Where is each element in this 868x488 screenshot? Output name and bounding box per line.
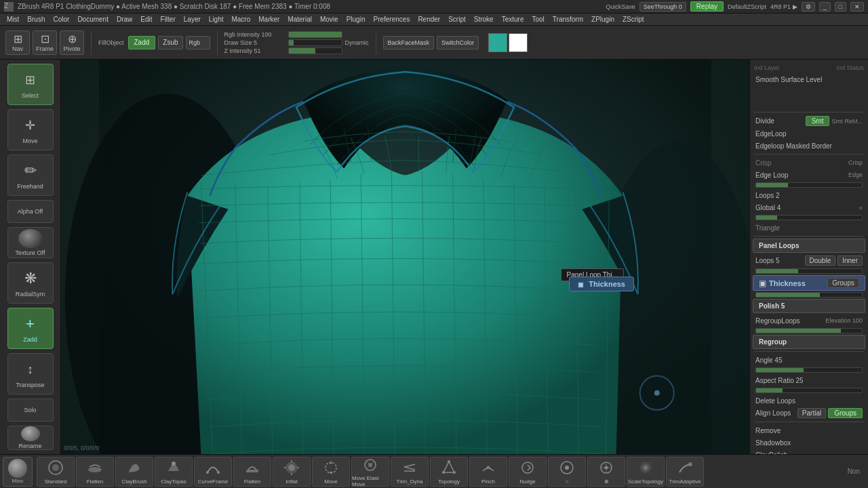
menu-light[interactable]: Light bbox=[205, 14, 228, 26]
align-groups-btn[interactable]: Groups bbox=[828, 408, 863, 418]
canvas-area[interactable]: Panel Loop Thi... ▣ Thickness 0/0/5, 0/0… bbox=[61, 60, 749, 454]
menu-mist[interactable]: Mist bbox=[3, 14, 23, 26]
menu-marker[interactable]: Marker bbox=[254, 14, 283, 26]
brush-move-elastic[interactable]: Move Elast Move bbox=[351, 457, 389, 487]
claypolish-row[interactable]: ClayPolish bbox=[750, 449, 868, 454]
menu-tool[interactable]: Tool bbox=[528, 14, 548, 26]
backface-mask-btn[interactable]: BackFaceMask bbox=[383, 36, 435, 49]
menu-layer[interactable]: Layer bbox=[180, 14, 205, 26]
shadowbox-row[interactable]: Shadowbox bbox=[750, 436, 868, 449]
sidebar-texture-btn[interactable]: Texture Off bbox=[7, 227, 54, 258]
nav-button[interactable]: ⊞ Nav bbox=[5, 30, 30, 55]
edgeloop-masked-row[interactable]: Edgeloop Masked Border bbox=[750, 140, 868, 152]
menu-zplugin[interactable]: ZPlugin bbox=[587, 14, 618, 26]
menu-macro[interactable]: Macro bbox=[227, 14, 254, 26]
thickness-row[interactable]: ▣ Thickness Groups bbox=[753, 275, 865, 291]
brush-move[interactable]: Move bbox=[312, 457, 350, 487]
global-slider[interactable] bbox=[755, 215, 863, 220]
menu-stroke[interactable]: Stroke bbox=[470, 14, 498, 26]
brush-flatten2[interactable]: Flatten bbox=[233, 457, 271, 487]
brush-standard[interactable]: Standard bbox=[37, 457, 75, 487]
minimize-btn[interactable]: _ bbox=[819, 2, 831, 12]
rename-sphere-icon bbox=[21, 426, 40, 441]
menu-zscript[interactable]: ZScript bbox=[618, 14, 648, 26]
menu-texture[interactable]: Texture bbox=[498, 14, 528, 26]
menu-edit[interactable]: Edit bbox=[136, 14, 156, 26]
focal-slider[interactable] bbox=[288, 31, 342, 38]
menu-brush[interactable]: Brush bbox=[23, 14, 49, 26]
rgb-toggle[interactable]: Rgb bbox=[186, 36, 210, 49]
pivote-button[interactable]: ⊕ Pivote bbox=[60, 30, 84, 55]
sidebar-move-btn[interactable]: ✛ Move bbox=[7, 109, 54, 150]
regroup-loops-row[interactable]: RegroupLoops Elevation 100 bbox=[750, 314, 868, 327]
sidebar-freehand-btn[interactable]: ✏ Freehand bbox=[7, 155, 54, 196]
material-thumbnail[interactable]: Miso bbox=[3, 457, 33, 487]
menu-draw[interactable]: Draw bbox=[113, 14, 136, 26]
switch-color-btn[interactable]: SwitchColor bbox=[437, 36, 479, 49]
brush-scaletopology[interactable]: ScaleTopology bbox=[627, 457, 665, 487]
brush-claybrush[interactable]: ClayBrush bbox=[115, 457, 153, 487]
brush-topology[interactable]: Topology bbox=[430, 457, 468, 487]
close-btn[interactable]: ✕ bbox=[850, 2, 864, 12]
brush-target[interactable]: ⊕ bbox=[587, 457, 625, 487]
thickness-slider[interactable] bbox=[755, 292, 863, 298]
settings-btn[interactable]: ⚙ bbox=[802, 2, 815, 12]
brush-trimadaptive[interactable]: TrimAdaptive bbox=[666, 457, 704, 487]
sidebar-zadd-btn[interactable]: + Zadd bbox=[7, 308, 54, 349]
zadd-button[interactable]: Zadd bbox=[128, 36, 156, 49]
brush-nudge[interactable]: Nudge bbox=[509, 457, 547, 487]
brush-circle[interactable]: ○ bbox=[548, 457, 586, 487]
regroup-header[interactable]: Regroup bbox=[753, 335, 865, 349]
menu-filter[interactable]: Filter bbox=[157, 14, 180, 26]
zsub-button[interactable]: Zsub bbox=[158, 36, 182, 49]
seetthrough-btn[interactable]: SeeThrough 0 bbox=[639, 2, 686, 12]
menu-script[interactable]: Script bbox=[444, 14, 470, 26]
drawsize-slider[interactable] bbox=[288, 39, 342, 46]
menu-render[interactable]: Render bbox=[414, 14, 444, 26]
sidebar-select-btn[interactable]: ⊞ Select bbox=[7, 64, 54, 105]
menu-plugin[interactable]: Plugin bbox=[342, 14, 370, 26]
edgeloop-row[interactable]: EdgeLoop bbox=[750, 127, 868, 140]
double-btn[interactable]: Double bbox=[805, 256, 836, 266]
intensity2-slider[interactable] bbox=[288, 47, 342, 54]
partial-btn[interactable]: Partial bbox=[797, 408, 826, 418]
sidebar-rename-btn[interactable]: Rename bbox=[7, 426, 54, 450]
sidebar-solo-btn[interactable]: Solo bbox=[7, 399, 54, 422]
replay-btn[interactable]: Replay bbox=[690, 1, 724, 12]
delete-loops-row[interactable]: Delete Loops bbox=[750, 394, 868, 407]
menu-preferences[interactable]: Preferences bbox=[369, 14, 414, 26]
svg-point-9 bbox=[206, 471, 209, 474]
brush-claytopas[interactable]: ClayTopas bbox=[155, 457, 193, 487]
menu-document[interactable]: Document bbox=[73, 14, 113, 26]
viewport-svg bbox=[61, 60, 749, 454]
menu-material[interactable]: Material bbox=[283, 14, 316, 26]
sidebar-radial-btn[interactable]: ❋ RadialSym bbox=[7, 262, 54, 304]
brush-inflat[interactable]: Inflat bbox=[273, 457, 311, 487]
menu-color[interactable]: Color bbox=[49, 14, 73, 26]
angle-slider[interactable] bbox=[755, 367, 863, 373]
maximize-btn[interactable]: □ bbox=[835, 2, 846, 12]
trimadaptive-icon bbox=[675, 458, 694, 477]
inner-btn[interactable]: Inner bbox=[837, 256, 863, 266]
remove-row[interactable]: Remove bbox=[750, 424, 868, 436]
dynamic-label[interactable]: Dynamic bbox=[345, 39, 369, 46]
primary-color-swatch[interactable] bbox=[488, 33, 507, 52]
menu-transform[interactable]: Transform bbox=[549, 14, 587, 26]
divide-smt-btn[interactable]: Smt bbox=[806, 116, 830, 126]
brush-curveframe[interactable]: CurveFrame bbox=[194, 457, 232, 487]
aspect-slider[interactable] bbox=[755, 388, 863, 393]
groups-btn[interactable]: Groups bbox=[827, 278, 859, 288]
sidebar-transpose-btn[interactable]: ↕ Transpose bbox=[7, 353, 54, 394]
brush-trim-dynamic[interactable]: Trim_Dyna bbox=[391, 457, 429, 487]
brush-flatten[interactable]: Flatten bbox=[76, 457, 114, 487]
sidebar-alpha-btn[interactable]: Alpha Off bbox=[7, 200, 54, 223]
global4-icon: ○ bbox=[859, 204, 863, 211]
regroup-loops-label: RegroupLoops bbox=[755, 317, 825, 325]
loops-slider[interactable] bbox=[755, 268, 863, 274]
elevation-slider[interactable] bbox=[755, 328, 863, 333]
edge-slider[interactable] bbox=[755, 182, 863, 188]
frame-button[interactable]: ⊡ Frame bbox=[33, 30, 57, 55]
secondary-color-swatch[interactable] bbox=[509, 33, 528, 52]
brush-pinch[interactable]: Pinch bbox=[469, 457, 507, 487]
menu-movie[interactable]: Movie bbox=[316, 14, 342, 26]
